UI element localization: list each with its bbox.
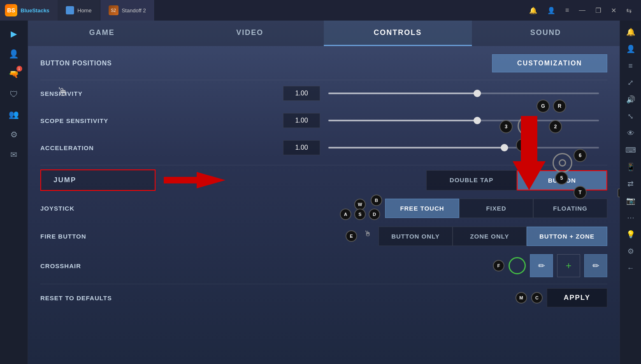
scope-thumb[interactable] (474, 117, 481, 124)
mail-icon: ✉ (10, 150, 17, 160)
jump-options: DOUBLE TAP BUTTON (426, 170, 607, 190)
jump-button[interactable]: BUTTON (517, 170, 607, 190)
sidebar-item-mail[interactable]: ✉ (5, 146, 23, 164)
tab-game[interactable]: GAME (28, 21, 176, 46)
sensitivity-slider[interactable] (320, 93, 607, 94)
crosshair-add-btn[interactable]: + (557, 254, 580, 277)
crosshair-edit-btn-1[interactable]: ✏ (530, 254, 553, 277)
sensitivity-label: SENSITIVITY (40, 90, 139, 97)
mouse-small-icon: 🖱 (364, 230, 372, 238)
divider-3 (40, 284, 607, 284)
fire-button-zone[interactable]: BUTTON + ZONE (527, 227, 607, 246)
joystick-floating[interactable]: FLOATING (533, 199, 607, 218)
gun-badge: 1 (16, 66, 22, 72)
key-c: C (531, 292, 543, 304)
divider-2 (40, 165, 607, 165)
right-dots-icon[interactable]: ⋯ (623, 210, 638, 225)
sensitivity-fill (328, 93, 477, 94)
right-expand-icon[interactable]: ⤢ (623, 75, 638, 90)
crosshair-label: CROSSHAIR (40, 262, 139, 269)
joystick-row: JOYSTICK W A S D B FREE TOUCH FIXED FLOA… (40, 197, 607, 220)
window-restore[interactable]: ❐ (592, 5, 604, 16)
right-lightbulb-icon[interactable]: 💡 (623, 227, 638, 242)
crosshair-edit-btn-2[interactable]: ✏ (584, 254, 607, 277)
account-icon[interactable]: 👤 (544, 5, 559, 16)
sidebar-item-profile[interactable]: 👤 (5, 45, 23, 63)
right-resize-icon[interactable]: ⤡ (623, 109, 638, 124)
double-tap-label: DOUBLE TAP (450, 176, 493, 183)
sensitivity-thumb[interactable] (474, 90, 481, 97)
fire-button-row: FIRE BUTTON E 🖱 BUTTON ONLY ZONE ONLY BU… (40, 225, 607, 248)
aim-ring-inner-2 (559, 159, 566, 167)
sidebar-item-shield[interactable]: 🛡 (5, 85, 23, 103)
tab-game-label: GAME (89, 28, 115, 37)
home-tab-label: Home (77, 7, 92, 14)
joystick-free-touch[interactable]: FREE TOUCH (385, 199, 459, 218)
scope-sensitivity-slider[interactable] (320, 120, 607, 121)
titlebar-tabs: Home S2 Standoff 2 (58, 0, 520, 21)
fire-button-label: FIRE BUTTON (40, 233, 139, 240)
sidebar-left: ▶ 👤 🔫 1 🛡 👥 ⚙ ✉ (0, 21, 28, 364)
right-arrows-icon[interactable]: ⇄ (623, 176, 638, 191)
sidebar-item-group[interactable]: 👥 (5, 105, 23, 123)
jump-label: JUMP (53, 176, 76, 184)
window-close[interactable]: ✕ (608, 5, 620, 16)
right-phone-icon[interactable]: 📱 (623, 160, 638, 174)
sensitivity-track[interactable] (328, 93, 599, 94)
apply-button[interactable]: APPLY (547, 288, 607, 307)
window-minimize[interactable]: — (576, 5, 589, 16)
tab-home[interactable]: Home (58, 0, 100, 21)
right-back-icon[interactable]: ← (623, 261, 638, 276)
right-volume-icon[interactable]: 🔊 (623, 92, 638, 107)
accel-fill (328, 147, 504, 148)
settings-content: BUTTON POSITIONS CUSTOMIZATION SENSITIVI… (28, 46, 620, 364)
edit-icon-1: ✏ (538, 261, 545, 271)
tab-sound[interactable]: SOUND (472, 21, 620, 46)
crosshair-circle (509, 257, 526, 274)
game-icon: S2 (109, 5, 118, 15)
acceleration-label: ACCELERATION (40, 144, 139, 151)
home-icon (66, 6, 74, 14)
play-icon: ▶ (11, 29, 17, 39)
sensitivity-value: 1.00 (283, 86, 320, 101)
titlebar: BS BlueStacks Home S2 Standoff 2 🔔 👤 ≡ —… (0, 0, 641, 21)
expand-icon[interactable]: ⇆ (623, 5, 635, 16)
fire-keys: E (341, 225, 366, 248)
right-eye-icon[interactable]: 👁 (623, 126, 638, 141)
key-s: S (354, 209, 366, 220)
acceleration-track[interactable] (328, 147, 599, 148)
acceleration-slider[interactable] (320, 147, 607, 148)
sidebar-item-gear[interactable]: ⚙ (5, 125, 23, 144)
jump-double-tap[interactable]: DOUBLE TAP (426, 170, 517, 190)
joystick-fixed[interactable]: FIXED (459, 199, 533, 218)
right-camera-icon[interactable]: 📷 (623, 193, 638, 208)
sidebar-right: 🔔 👤 ≡ ⤢ 🔊 ⤡ 👁 ⌨ 📱 ⇄ 📷 ⋯ 💡 ⚙ ← (620, 21, 641, 364)
tab-standoff2[interactable]: S2 Standoff 2 (100, 0, 155, 21)
game-tab-label: Standoff 2 (122, 7, 146, 14)
menu-icon[interactable]: ≡ (562, 5, 572, 16)
right-settings-icon[interactable]: ⚙ (623, 244, 638, 259)
customization-button[interactable]: CUSTOMIZATION (492, 54, 607, 72)
acceleration-row: ACCELERATION 1.00 (40, 138, 607, 158)
notification-icon[interactable]: 🔔 (526, 5, 541, 16)
fire-mouse-icon: 🖱 (366, 225, 379, 248)
scope-fill (328, 120, 477, 121)
sidebar-item-play[interactable]: ▶ (5, 25, 23, 43)
key-a: A (340, 209, 351, 220)
tab-controls[interactable]: CONTROLS (324, 21, 472, 46)
accel-thumb[interactable] (501, 144, 508, 151)
right-bell-icon[interactable]: 🔔 (623, 25, 638, 39)
right-account-icon[interactable]: 👤 (623, 42, 638, 56)
tab-video[interactable]: VIDEO (176, 21, 324, 46)
fire-button-only[interactable]: BUTTON ONLY (379, 227, 453, 246)
content-area: GAME VIDEO CONTROLS SOUND BUTTON POSITIO… (28, 21, 620, 364)
titlebar-logo: BS BlueStacks (0, 0, 58, 21)
right-keyboard-icon[interactable]: ⌨ (623, 143, 638, 158)
reset-label: RESET TO DEFAULTS (40, 294, 112, 301)
fire-zone-only[interactable]: ZONE ONLY (453, 227, 527, 246)
svg-marker-0 (164, 172, 225, 188)
sidebar-item-gun[interactable]: 🔫 1 (5, 65, 23, 83)
tab-controls-label: CONTROLS (374, 28, 422, 37)
right-menu-icon[interactable]: ≡ (623, 58, 638, 73)
scope-sensitivity-track[interactable] (328, 120, 599, 121)
